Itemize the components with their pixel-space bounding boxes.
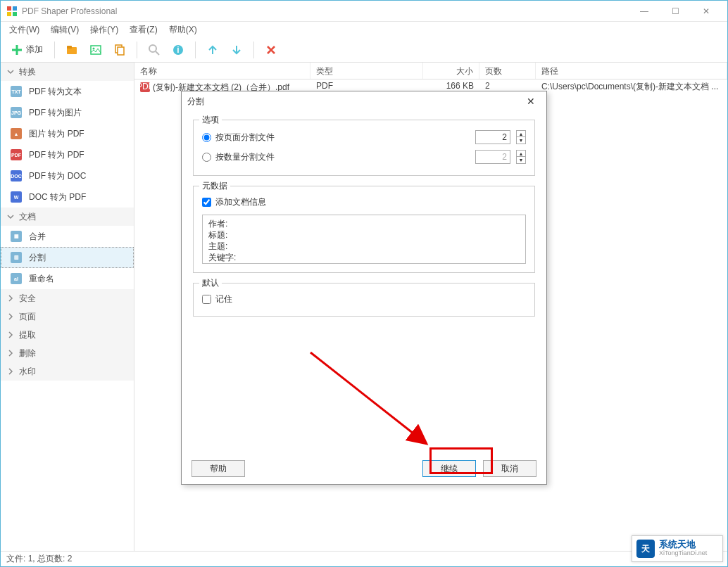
col-pages[interactable]: 页数 (479, 63, 536, 79)
add-doc-info-checkbox[interactable] (202, 198, 211, 207)
watermark-title: 系统天地 (659, 540, 707, 549)
chevron-right-icon (6, 349, 15, 357)
maximize-button[interactable]: ☐ (660, 1, 691, 21)
section-watermark[interactable]: 水印 (1, 362, 134, 381)
help-button[interactable]: 帮助 (192, 460, 245, 477)
menu-edit[interactable]: 编辑(V) (46, 23, 83, 37)
svg-rect-0 (7, 6, 11, 11)
col-size[interactable]: 大小 (423, 63, 479, 79)
svg-rect-1 (13, 6, 17, 11)
add-label: 添加 (26, 44, 43, 56)
sidebar-item-pdf-to-text[interactable]: TXTPDF 转为文本 (1, 81, 134, 102)
radio-by-count-input[interactable] (202, 153, 211, 162)
by-count-spinner: ▲▼ (516, 150, 526, 164)
options-label: 选项 (199, 114, 222, 126)
window-title: PDF Shaper Professional (22, 6, 629, 16)
meta-subject: 主题: (208, 241, 520, 252)
meta-title: 标题: (208, 229, 520, 241)
dialog-close-button[interactable]: ✕ (521, 93, 541, 110)
delete-button[interactable] (261, 40, 281, 60)
image-button[interactable] (86, 40, 106, 60)
metadata-label: 元数据 (199, 180, 230, 192)
sidebar-item-pdf-to-image[interactable]: JPGPDF 转为图片 (1, 102, 134, 123)
remember-row[interactable]: 记住 (202, 291, 526, 307)
sidebar: 转换 TXTPDF 转为文本 JPGPDF 转为图片 ▲图片 转为 PDF PD… (1, 63, 134, 551)
search-icon (148, 44, 161, 56)
radio-by-page-input[interactable] (202, 133, 211, 142)
titlebar: PDF Shaper Professional — ☐ ✕ (1, 1, 727, 22)
section-delete[interactable]: 删除 (1, 344, 134, 362)
watermark-logo-icon: 天 (636, 540, 655, 558)
menu-action[interactable]: 操作(Y) (86, 23, 123, 37)
radio-by-count[interactable]: 按数量分割文件 (202, 151, 470, 163)
sidebar-item-image-to-pdf[interactable]: ▲图片 转为 PDF (1, 123, 134, 144)
by-page-spinner[interactable]: ▲▼ (516, 130, 526, 144)
section-page[interactable]: 页面 (1, 307, 134, 326)
section-security[interactable]: 安全 (1, 289, 134, 307)
metadata-box[interactable]: 作者: 标题: 主题: 关键字: (202, 215, 526, 264)
down-button[interactable] (227, 40, 246, 60)
radio-by-page[interactable]: 按页面分割文件 (202, 132, 470, 144)
svg-rect-3 (13, 12, 17, 16)
annotation-arrow (303, 345, 444, 458)
watermark-badge: 天 系统天地 XiTongTianDi.net (632, 535, 723, 562)
svg-point-7 (93, 47, 95, 49)
menu-file[interactable]: 文件(W) (5, 23, 44, 37)
list-header: 名称 类型 大小 页数 路径 (134, 63, 727, 79)
sidebar-item-split[interactable]: ▥分割 (1, 247, 134, 268)
svg-text:PDF: PDF (140, 82, 150, 91)
section-convert[interactable]: 转换 (1, 63, 134, 81)
info-icon: i (172, 44, 184, 56)
chevron-right-icon (6, 367, 15, 376)
info-button[interactable]: i (168, 40, 188, 60)
svg-rect-9 (118, 47, 124, 55)
svg-rect-5 (67, 46, 72, 49)
col-path[interactable]: 路径 (536, 63, 727, 79)
arrow-down-icon (230, 44, 243, 56)
chevron-right-icon (6, 312, 15, 321)
folder-button[interactable] (62, 40, 82, 60)
default-label: 默认 (199, 277, 222, 289)
svg-rect-2 (7, 12, 11, 16)
copy-button[interactable] (110, 40, 130, 60)
minimize-button[interactable]: — (629, 1, 660, 21)
options-group: 选项 按页面分割文件 2 ▲▼ 按数量分割文件 2 ▲▼ (193, 120, 535, 176)
sidebar-item-pdf-to-pdf[interactable]: PDFPDF 转为 PDF (1, 144, 134, 165)
status-text: 文件: 1, 总页数: 2 (6, 553, 72, 565)
svg-text:i: i (177, 45, 179, 55)
menu-view[interactable]: 查看(Z) (125, 23, 161, 37)
app-icon (6, 6, 18, 17)
metadata-group: 元数据 添加文档信息 作者: 标题: 主题: 关键字: (193, 186, 535, 273)
svg-point-10 (149, 45, 156, 52)
close-button[interactable]: ✕ (691, 1, 722, 21)
section-extract[interactable]: 提取 (1, 326, 134, 344)
x-icon (265, 44, 277, 56)
section-document[interactable]: 文档 (1, 208, 134, 226)
remember-checkbox[interactable] (202, 295, 211, 304)
meta-author: 作者: (208, 218, 520, 229)
dialog-title: 分割 (187, 96, 204, 108)
watermark-sub: XiTongTianDi.net (659, 549, 707, 558)
sidebar-item-doc-to-pdf[interactable]: WDOC 转为 PDF (1, 186, 134, 208)
menu-help[interactable]: 帮助(X) (165, 23, 201, 37)
col-name[interactable]: 名称 (134, 63, 310, 79)
chevron-right-icon (6, 294, 15, 302)
search-button[interactable] (144, 40, 164, 60)
chevron-right-icon (6, 331, 15, 339)
plus-icon (11, 44, 23, 56)
by-count-value: 2 (475, 150, 510, 164)
add-button[interactable]: 添加 (6, 44, 47, 56)
copy-icon (113, 44, 126, 56)
sidebar-item-merge[interactable]: ▦合并 (1, 226, 134, 247)
default-group: 默认 记住 (193, 283, 535, 317)
svg-line-15 (310, 352, 427, 444)
add-doc-info-row[interactable]: 添加文档信息 (202, 193, 526, 210)
menubar: 文件(W) 编辑(V) 操作(Y) 查看(Z) 帮助(X) (1, 22, 727, 37)
statusbar: 文件: 1, 总页数: 2 (1, 551, 727, 566)
sidebar-item-rename[interactable]: aI重命名 (1, 268, 134, 289)
by-page-value[interactable]: 2 (475, 130, 510, 144)
chevron-down-icon (6, 212, 15, 221)
up-button[interactable] (203, 40, 222, 60)
col-type[interactable]: 类型 (310, 63, 423, 79)
sidebar-item-pdf-to-doc[interactable]: DOCPDF 转为 DOC (1, 165, 134, 186)
